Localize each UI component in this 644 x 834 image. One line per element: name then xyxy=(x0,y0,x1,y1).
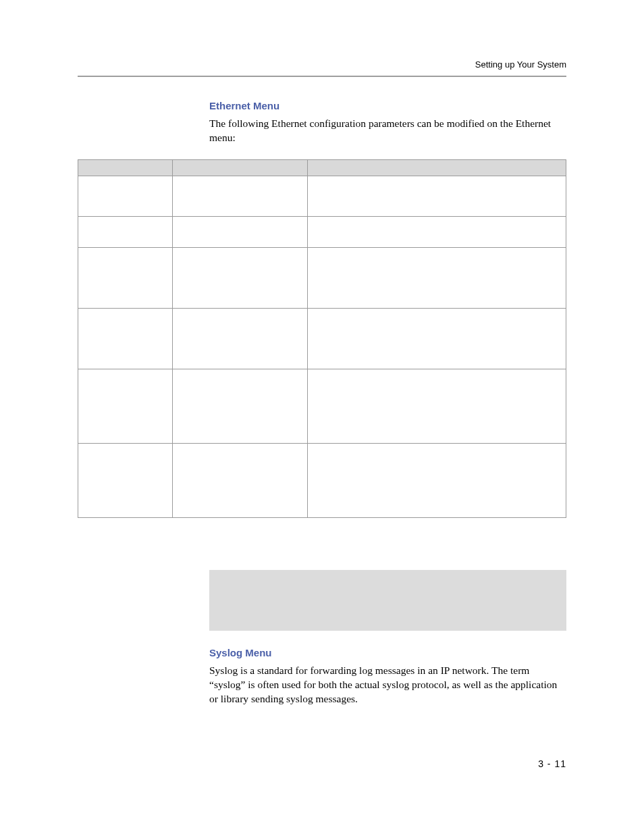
table-row xyxy=(78,369,566,444)
section-syslog: Syslog Menu Syslog is a standard for for… xyxy=(209,647,566,713)
paragraph-syslog-intro: Syslog is a standard for forwarding log … xyxy=(209,664,566,706)
table-cell xyxy=(173,176,308,217)
note-box-wrap xyxy=(209,570,566,631)
table-cell xyxy=(308,309,566,369)
page: Setting up Your System Ethernet Menu The… xyxy=(0,0,644,834)
page-number: 3 - 11 xyxy=(538,758,566,769)
ethernet-config-table xyxy=(78,159,566,518)
table-cell xyxy=(308,248,566,309)
table-cell xyxy=(78,176,173,217)
table-cell xyxy=(308,217,566,248)
running-header: Setting up Your System xyxy=(475,59,566,70)
table-row xyxy=(78,309,566,369)
table-cell xyxy=(173,248,308,309)
table-row xyxy=(78,176,566,217)
heading-syslog-menu: Syslog Menu xyxy=(209,647,566,658)
table-row xyxy=(78,217,566,248)
table-header-row xyxy=(78,160,566,176)
table-cell xyxy=(308,369,566,444)
table-row xyxy=(78,248,566,309)
header-rule xyxy=(78,76,566,77)
section-ethernet: Ethernet Menu The following Ethernet con… xyxy=(209,100,566,152)
table-cell xyxy=(173,444,308,518)
table-cell xyxy=(173,217,308,248)
table-cell xyxy=(78,369,173,444)
heading-ethernet-menu: Ethernet Menu xyxy=(209,100,566,111)
table-cell xyxy=(78,444,173,518)
table-header-cell xyxy=(173,160,308,176)
table-cell xyxy=(78,248,173,309)
table-cell xyxy=(308,176,566,217)
table-cell xyxy=(78,217,173,248)
table-cell xyxy=(78,309,173,369)
table-cell xyxy=(308,444,566,518)
table-cell xyxy=(173,369,308,444)
table-row xyxy=(78,444,566,518)
note-box xyxy=(209,570,566,631)
table-header-cell xyxy=(308,160,566,176)
table-header-cell xyxy=(78,160,173,176)
table-cell xyxy=(173,309,308,369)
paragraph-ethernet-intro: The following Ethernet configuration par… xyxy=(209,117,566,145)
